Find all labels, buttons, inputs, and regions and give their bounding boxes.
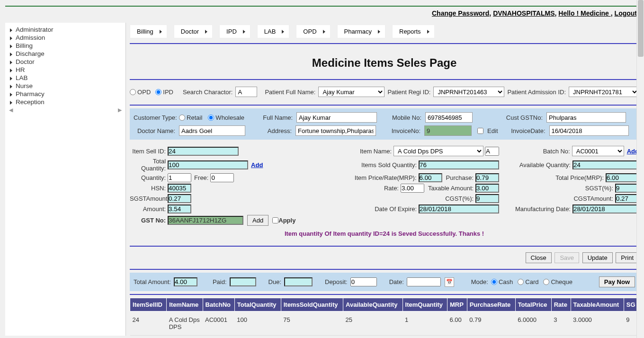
batch-select[interactable]: AC0001 (572, 146, 624, 156)
search-char-input[interactable] (235, 87, 257, 97)
free-input[interactable] (210, 173, 234, 182)
change-password-link[interactable]: Change Password (432, 9, 489, 17)
edit-checkbox[interactable] (477, 128, 483, 134)
search-char-label: Search Charactor: (183, 89, 233, 96)
menu-billing[interactable]: Billing (130, 25, 167, 38)
sidebar-item-doctor[interactable]: Doctor (5, 58, 125, 66)
menu-opd[interactable]: OPD (296, 25, 330, 38)
purchase-input[interactable] (475, 173, 499, 182)
menu-lab[interactable]: LAB (257, 25, 290, 38)
cheque-radio[interactable] (543, 279, 549, 285)
page-title: Medicine Items Seles Page (130, 49, 639, 79)
sidebar-item-administrator[interactable]: Administrator (5, 26, 125, 34)
amount-input[interactable] (168, 205, 191, 213)
hsn-input[interactable] (168, 184, 191, 193)
close-button[interactable]: Close (526, 252, 552, 263)
sidebar-item-discharge[interactable]: Discharge (5, 50, 125, 58)
sold-qty-label: Items Sold Quantity: (348, 161, 419, 169)
data-table: ItemSellID ItemName BatchNo TotalQuantit… (130, 298, 639, 336)
calendar-icon[interactable]: 📅 (445, 277, 454, 287)
sidebar-item-hr[interactable]: HR (5, 66, 125, 74)
total-price-input[interactable] (606, 173, 639, 182)
free-label: Free: (194, 174, 210, 181)
cell: 3 (551, 311, 571, 336)
gst-no-label: GST No: (130, 217, 168, 224)
mobile-input[interactable] (425, 112, 473, 123)
scrollbar-track[interactable] (636, 0, 644, 336)
cash-label: Cash (499, 278, 513, 285)
menu-pharmacy[interactable]: Pharmacy (337, 25, 386, 38)
avail-qty-input[interactable] (572, 160, 639, 169)
deposit-label: Deposit: (325, 278, 348, 285)
sell-id-input[interactable] (168, 147, 239, 156)
hello-user-link[interactable]: Hello ! Medicine (558, 9, 610, 17)
menu-reports[interactable]: Reports (392, 25, 435, 38)
sidebar-item-reception[interactable]: Reception (5, 98, 125, 106)
logout-link[interactable]: Logout (615, 9, 637, 17)
update-button[interactable]: Update (582, 252, 613, 263)
sidebar-item-nurse[interactable]: Nurse (5, 82, 125, 90)
pay-now-button[interactable]: Pay Now (599, 276, 635, 287)
data-table-wrap: ItemSellID ItemName BatchNo TotalQuantit… (130, 298, 639, 336)
print-button[interactable]: Print (616, 252, 639, 263)
sidebar-item-lab[interactable]: LAB (5, 74, 125, 82)
payment-box: Total Amount: Paid: Due: Deposit: Date: … (130, 273, 639, 291)
qty-label: Quantity: (130, 174, 168, 181)
cgst-amt-input[interactable] (615, 194, 639, 203)
expire-input[interactable] (419, 205, 499, 213)
retail-radio[interactable] (179, 115, 185, 121)
rate-input[interactable] (401, 184, 424, 193)
save-button[interactable]: Save (555, 252, 579, 263)
status-message: Item quantity Of Item quantity ID=24 is … (130, 227, 639, 240)
sold-qty-input[interactable] (419, 160, 499, 169)
table-row[interactable]: 24 A Cold Dps DPS AC0001 100 75 25 1 6.0… (130, 311, 639, 336)
gst-no-input[interactable] (168, 216, 243, 225)
sgst-amt-input[interactable] (168, 194, 191, 203)
address-input[interactable] (295, 125, 376, 136)
item-name-select[interactable]: A Cold Dps DPS (394, 146, 483, 156)
total-input[interactable] (174, 277, 197, 286)
doctor-input[interactable] (179, 125, 245, 136)
menu-doctor[interactable]: Doctor (174, 25, 213, 38)
item-code-input[interactable] (485, 147, 499, 156)
sgst-amt-label: SGSTAmount: (130, 195, 168, 202)
invoice-no-input[interactable] (424, 125, 472, 136)
menu-ipd[interactable]: IPD (219, 25, 250, 38)
taxable-input[interactable] (475, 184, 499, 193)
mrp-input[interactable] (419, 173, 442, 182)
cust-gst-input[interactable] (546, 112, 626, 123)
opd-radio[interactable] (130, 89, 136, 95)
regi-label: Patient Regi ID: (387, 89, 430, 96)
due-label: Due: (268, 278, 281, 285)
apply-checkbox[interactable] (272, 217, 278, 223)
cash-radio[interactable] (491, 279, 497, 285)
due-input[interactable] (284, 277, 313, 286)
total-qty-input[interactable] (168, 160, 248, 169)
admission-id-select[interactable]: JNPRNHT201781 (569, 87, 639, 97)
invoice-date-input[interactable] (549, 125, 629, 136)
card-radio[interactable] (518, 279, 524, 285)
sidebar-item-admission[interactable]: Admission (5, 34, 125, 42)
regi-id-select[interactable]: JNPRNHT201463 (433, 87, 504, 97)
ipd-radio[interactable] (155, 89, 161, 95)
paid-input[interactable] (230, 277, 256, 286)
scrollbar-thumb[interactable] (638, 0, 644, 57)
sidebar-item-billing[interactable]: Billing (5, 42, 125, 50)
date-input[interactable] (407, 277, 441, 286)
hospital-link[interactable]: DVNAHOSPITALMS (493, 9, 555, 17)
patient-name-select[interactable]: Ajay Kumar (318, 87, 385, 97)
add-gst-button[interactable]: Add (247, 215, 268, 226)
edit-label: Edit (487, 127, 498, 134)
wholesale-radio[interactable] (208, 115, 214, 121)
cgst-pct-input[interactable] (475, 194, 499, 203)
cheque-label: Cheque (551, 278, 572, 285)
add-qty-link[interactable]: Add (251, 161, 263, 169)
qty-input[interactable] (168, 173, 191, 182)
full-name-input[interactable] (296, 112, 377, 123)
deposit-input[interactable] (350, 277, 377, 286)
total-label: Total Amount: (134, 278, 171, 285)
admission-label: Patient Admission ID: (507, 89, 566, 96)
sidebar-item-pharmacy[interactable]: Pharmacy (5, 90, 125, 98)
mfg-input[interactable] (572, 205, 639, 213)
sgst-pct-input[interactable] (615, 184, 639, 193)
